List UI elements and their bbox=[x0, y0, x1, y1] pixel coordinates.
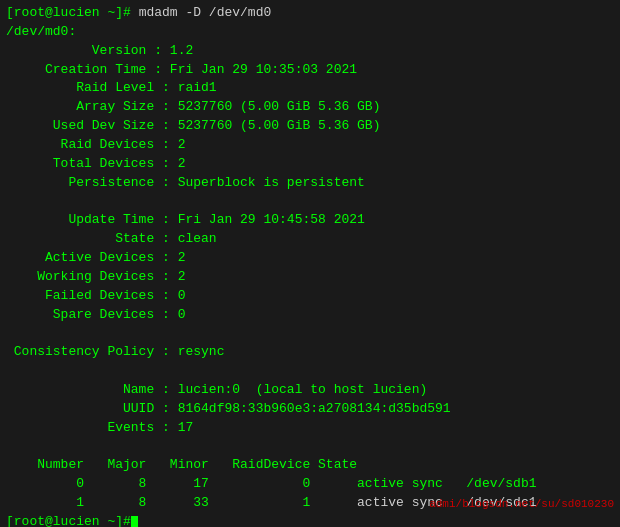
used-dev-size-line: Used Dev Size : 5237760 (5.00 GiB 5.36 G… bbox=[6, 117, 614, 136]
persistence-line: Persistence : Superblock is persistent bbox=[6, 174, 614, 193]
uuid-line: UUID : 8164df98:33b960e3:a2708134:d35bd5… bbox=[6, 400, 614, 419]
blank4 bbox=[6, 437, 614, 456]
table-header: Number Major Minor RaidDevice State bbox=[6, 456, 614, 475]
raid-level-line: Raid Level : raid1 bbox=[6, 79, 614, 98]
total-devices-line: Total Devices : 2 bbox=[6, 155, 614, 174]
command-line: [root@lucien ~]# mdadm -D /dev/md0 bbox=[6, 4, 614, 23]
blank1 bbox=[6, 192, 614, 211]
raid-devices-line: Raid Devices : 2 bbox=[6, 136, 614, 155]
row0-content: 0 8 17 0 active sync /dev/sdb1 bbox=[6, 475, 620, 494]
table-row-0: 0 8 17 0 active sync /dev/sdb1 bbox=[6, 475, 614, 494]
blank2 bbox=[6, 324, 614, 343]
final-prompt: [root@lucien ~]# bbox=[6, 513, 131, 527]
dev-label: /dev/md0: bbox=[6, 23, 614, 42]
array-size-line: Array Size : 5237760 (5.00 GiB 5.36 GB) bbox=[6, 98, 614, 117]
terminal-window: [root@lucien ~]# mdadm -D /dev/md0 /dev/… bbox=[0, 0, 620, 527]
blank3 bbox=[6, 362, 614, 381]
creation-time-line: Creation Time : Fri Jan 29 10:35:03 2021 bbox=[6, 61, 614, 80]
cursor bbox=[131, 516, 138, 527]
row1-content: 1 8 33 1 bbox=[6, 495, 357, 510]
state-line: State : clean bbox=[6, 230, 614, 249]
active-devices-line: Active Devices : 2 bbox=[6, 249, 614, 268]
command-text: mdadm -D /dev/md0 bbox=[139, 5, 272, 20]
update-time-line: Update Time : Fri Jan 29 10:45:58 2021 bbox=[6, 211, 614, 230]
events-line: Events : 17 bbox=[6, 419, 614, 438]
table-row-1: 1 8 33 1 active sync /dev/sdc1 admi/blog… bbox=[6, 494, 614, 513]
consistency-policy-line: Consistency Policy : resync bbox=[6, 343, 614, 362]
watermark: admi/blogsdn.net/su/sd010230 bbox=[429, 497, 614, 513]
prompt: [root@lucien ~]# bbox=[6, 5, 139, 20]
failed-devices-line: Failed Devices : 0 bbox=[6, 287, 614, 306]
version-line: Version : 1.2 bbox=[6, 42, 614, 61]
spare-devices-line: Spare Devices : 0 bbox=[6, 306, 614, 325]
name-line: Name : lucien:0 (local to host lucien) bbox=[6, 381, 614, 400]
working-devices-line: Working Devices : 2 bbox=[6, 268, 614, 287]
final-prompt-line: [root@lucien ~]# bbox=[6, 513, 614, 527]
